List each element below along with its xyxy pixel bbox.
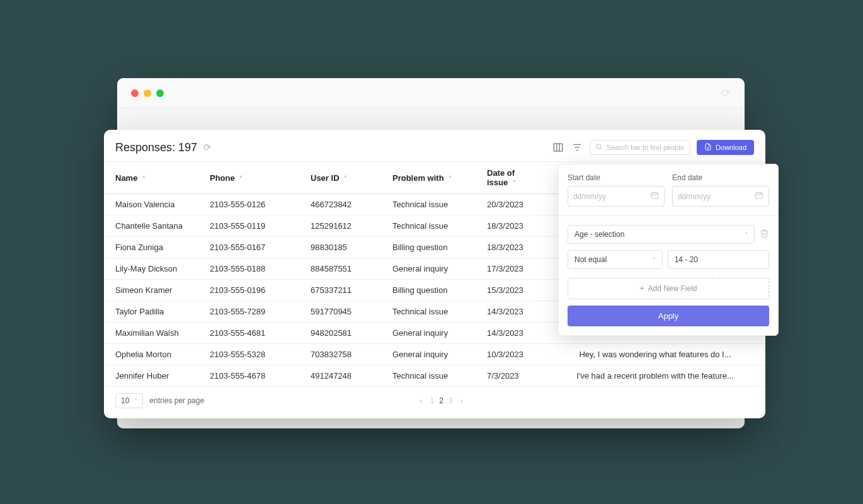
cell-name: Lily-May Dickson	[104, 258, 198, 280]
cell-comment: I've had a recent problem with the featu…	[545, 365, 765, 387]
svg-rect-0	[554, 144, 563, 151]
pagination: ‹ 123 ›	[420, 396, 463, 405]
filter-operator-select[interactable]: Not equal ˅	[568, 250, 663, 269]
calendar-icon	[755, 191, 763, 202]
end-date-input[interactable]: dd/mm/yy	[672, 186, 769, 207]
refresh-icon[interactable]: ⟳	[203, 142, 212, 153]
col-header-userid[interactable]: User ID ˅	[299, 162, 381, 194]
cell-phone: 2103-555-4678	[198, 365, 299, 387]
cell-phone: 2103-555-5328	[198, 344, 299, 365]
search-box[interactable]	[590, 140, 690, 155]
cell-problem: Billing question	[381, 237, 476, 258]
cell-problem: Technical issue	[381, 365, 476, 387]
svg-line-7	[600, 148, 602, 149]
cell-name: Taylor Padilla	[104, 301, 198, 323]
cell-userid: 948202581	[299, 323, 381, 344]
cell-date: 15/3/2023	[476, 280, 545, 301]
window-maximize-icon[interactable]	[156, 89, 164, 97]
cell-userid: 466723842	[299, 194, 381, 215]
download-label: Download	[716, 144, 746, 151]
cell-userid: 675337211	[299, 280, 381, 301]
header-actions: Download	[552, 140, 754, 155]
calendar-icon	[650, 191, 659, 202]
plus-icon: +	[639, 284, 644, 293]
filter-panel: Start date dd/mm/yy End date dd/mm/yy Ag…	[558, 164, 779, 336]
cell-problem: General inquiry	[381, 258, 476, 280]
cell-name: Maison Valencia	[104, 194, 198, 215]
col-header-date[interactable]: Date of issue ˅	[476, 162, 545, 194]
cell-problem: Billing question	[381, 280, 476, 301]
cell-phone: 2103-555-7289	[198, 301, 299, 323]
page-prev[interactable]: ‹	[420, 396, 423, 405]
filter-value-input[interactable]: 14 - 20	[668, 250, 769, 269]
cell-name: Simeon Kramer	[104, 280, 198, 301]
cell-date: 18/3/2023	[476, 237, 545, 258]
page-number[interactable]: 2	[439, 396, 443, 405]
chevron-down-icon: ˅	[745, 231, 748, 238]
cell-comment: Hey, I was wondering what features do I.…	[545, 344, 765, 365]
cell-problem: General inquiry	[381, 344, 476, 365]
chevron-down-icon: ˅	[134, 398, 137, 404]
filter-field-select[interactable]: Age - selection ˅	[568, 225, 755, 244]
cell-userid: 703832758	[299, 344, 381, 365]
search-input[interactable]	[607, 144, 685, 151]
cell-userid: 884587551	[299, 258, 381, 280]
cell-phone: 2103-555-0126	[198, 194, 299, 215]
cell-phone: 2103-555-0196	[198, 280, 299, 301]
divider	[559, 215, 778, 216]
download-icon	[704, 143, 712, 152]
chevron-down-icon: ˅	[449, 175, 452, 182]
responses-label: Responses:	[115, 141, 175, 154]
window-close-icon[interactable]	[131, 89, 139, 97]
page-number[interactable]: 3	[449, 396, 453, 405]
cell-date: 17/3/2023	[476, 258, 545, 280]
col-header-problem[interactable]: Problem with ˅	[381, 162, 476, 194]
cell-name: Chantelle Santana	[104, 215, 198, 237]
cell-phone: 2103-555-0188	[198, 258, 299, 280]
cell-date: 14/3/2023	[476, 301, 545, 323]
apply-button[interactable]: Apply	[568, 306, 769, 326]
table-row[interactable]: Ophelia Morton 2103-555-5328 703832758 G…	[104, 344, 765, 365]
download-button[interactable]: Download	[697, 140, 754, 155]
chevron-down-icon: ˅	[239, 175, 243, 182]
columns-icon[interactable]	[552, 141, 564, 154]
start-date-label: Start date	[568, 173, 665, 182]
responses-title: Responses: 197 ⟳	[115, 141, 212, 154]
cell-userid: 125291612	[299, 215, 381, 237]
browser-chrome: ⟳	[117, 78, 745, 108]
browser-refresh-icon[interactable]: ⟳	[721, 86, 731, 100]
cell-date: 7/3/2023	[476, 365, 545, 387]
cell-date: 10/3/2023	[476, 344, 545, 365]
col-header-name[interactable]: Name ˄	[104, 162, 198, 194]
entries-value: 10	[121, 396, 129, 405]
card-header: Responses: 197 ⟳ Download	[104, 130, 765, 161]
sort-asc-icon: ˄	[142, 175, 146, 182]
svg-rect-9	[651, 193, 658, 198]
svg-point-6	[597, 144, 601, 149]
cell-date: 20/3/2023	[476, 194, 545, 215]
table-row[interactable]: Jennifer Huber 2103-555-4678 491247248 T…	[104, 365, 765, 387]
chevron-down-icon: ˅	[653, 256, 656, 263]
entries-label: entries per page	[149, 396, 204, 405]
cell-phone: 2103-555-0167	[198, 237, 299, 258]
cell-name: Fiona Zuniga	[104, 237, 198, 258]
filter-icon[interactable]	[571, 141, 583, 154]
start-date-input[interactable]: dd/mm/yy	[568, 186, 665, 207]
search-icon	[595, 143, 603, 152]
entries-per-page-select[interactable]: 10 ˅	[115, 393, 143, 408]
traffic-lights	[131, 89, 164, 97]
cell-userid: 591770945	[299, 301, 381, 323]
chevron-down-icon: ˅	[344, 175, 347, 182]
page-next[interactable]: ›	[460, 396, 463, 405]
col-header-phone[interactable]: Phone ˅	[198, 162, 299, 194]
cell-userid: 98830185	[299, 237, 381, 258]
cell-date: 18/3/2023	[476, 215, 545, 237]
cell-name: Ophelia Morton	[104, 344, 198, 365]
add-field-button[interactable]: + Add New Field	[568, 278, 769, 299]
trash-icon[interactable]	[760, 229, 769, 240]
page-number[interactable]: 1	[430, 396, 435, 405]
cell-date: 14/3/2023	[476, 323, 545, 344]
cell-phone: 2103-555-0119	[198, 215, 299, 237]
window-minimize-icon[interactable]	[144, 89, 151, 97]
end-date-label: End date	[672, 173, 769, 182]
